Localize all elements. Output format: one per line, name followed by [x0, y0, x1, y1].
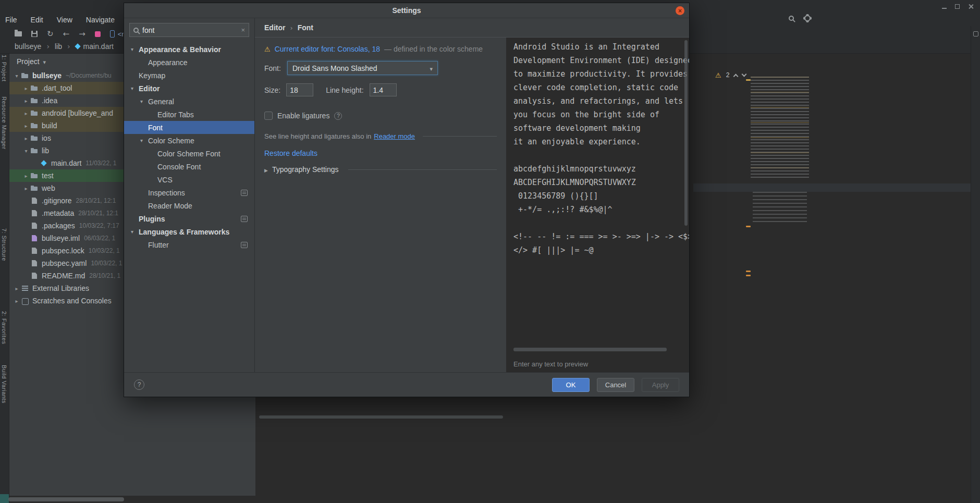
- chevron-icon[interactable]: [13, 73, 21, 79]
- breadcrumb-item[interactable]: main.dart: [62, 42, 114, 51]
- window-close-icon[interactable]: [968, 4, 974, 9]
- tool-window-button[interactable]: Resource Manager: [1, 96, 7, 150]
- chevron-icon[interactable]: [22, 186, 30, 191]
- corner-tool-icon[interactable]: [0, 494, 9, 503]
- next-warning-icon[interactable]: [742, 71, 747, 77]
- apply-button[interactable]: Apply: [642, 378, 679, 392]
- current-editor-font-link[interactable]: Current editor font: Consolas, 18: [275, 45, 380, 53]
- separator: [348, 169, 497, 170]
- chevron-icon: [131, 85, 139, 91]
- settings-tree-item[interactable]: Languages & Frameworks: [124, 225, 254, 238]
- reader-mode-link[interactable]: Reader mode: [374, 132, 415, 140]
- typography-settings-label[interactable]: Typography Settings: [272, 165, 339, 174]
- settings-tree-label: VCS: [157, 176, 173, 184]
- chevron-icon: [131, 229, 139, 235]
- preview-horizontal-scrollbar[interactable]: [513, 348, 667, 351]
- search-icon[interactable]: [789, 16, 794, 21]
- chevron-icon[interactable]: [13, 286, 21, 291]
- breadcrumb-item[interactable]: lib: [41, 42, 62, 51]
- ok-button[interactable]: OK: [552, 378, 590, 392]
- ligatures-checkbox[interactable]: [264, 112, 273, 120]
- preview-line: </> #[ |||> |= ~@: [513, 243, 689, 257]
- chevron-icon[interactable]: [22, 85, 30, 91]
- editor-minimap[interactable]: [751, 77, 809, 180]
- project-panel-scrollbar[interactable]: [8, 497, 124, 501]
- tree-item-label: External Libraries: [32, 284, 89, 292]
- sync-icon[interactable]: [47, 30, 54, 38]
- settings-tree-item[interactable]: Inspections: [124, 186, 254, 199]
- minimize-icon[interactable]: [942, 8, 947, 9]
- chevron-icon[interactable]: [13, 298, 21, 304]
- open-folder-icon[interactable]: [15, 31, 22, 36]
- settings-tree-item[interactable]: Font: [124, 121, 254, 134]
- settings-tree-item[interactable]: Color Scheme Font: [124, 147, 254, 160]
- back-icon[interactable]: [63, 30, 70, 38]
- settings-tree-item[interactable]: Console Font: [124, 160, 254, 173]
- tool-window-button[interactable]: 2: Favorites: [1, 311, 7, 344]
- chevron-icon[interactable]: [22, 98, 30, 104]
- warning-icon: [715, 72, 721, 79]
- restore-defaults-link[interactable]: Restore defaults: [264, 149, 317, 157]
- editor-font-warning: Current editor font: Consolas, 18 — defi…: [264, 45, 497, 53]
- tool-window-button[interactable]: 1: Project: [1, 55, 7, 81]
- chevron-right-icon[interactable]: [264, 165, 268, 174]
- size-input[interactable]: [286, 83, 313, 96]
- tool-window-icon[interactable]: [973, 31, 978, 36]
- save-icon[interactable]: [31, 31, 38, 37]
- settings-tree-item[interactable]: Reader Mode: [124, 199, 254, 212]
- settings-dialog: Settings Appearance & Behavior: [124, 3, 690, 397]
- menu-item[interactable]: Edit: [31, 16, 43, 24]
- help-icon[interactable]: [134, 379, 144, 390]
- settings-tree-item[interactable]: Plugins: [124, 212, 254, 225]
- close-button[interactable]: [676, 6, 684, 15]
- left-tool-stripe: 1: ProjectResource Manager7: Structure2:…: [0, 54, 9, 503]
- chevron-icon[interactable]: [22, 111, 30, 116]
- cancel-button[interactable]: Cancel: [597, 378, 634, 392]
- tree-item-label: ios: [42, 134, 51, 142]
- clear-search-icon[interactable]: [241, 26, 245, 34]
- settings-tree-item[interactable]: Flutter: [124, 238, 254, 251]
- tree-item-meta: 06/03/22, 1: [84, 235, 115, 242]
- chevron-icon[interactable]: [22, 173, 30, 179]
- tree-item-icon: [21, 285, 29, 292]
- settings-tree-item[interactable]: Editor Tabs: [124, 108, 254, 121]
- preview-line: 0123456789 (){}[]: [513, 189, 689, 203]
- maximize-icon[interactable]: [955, 4, 960, 9]
- menu-item[interactable]: File: [5, 16, 17, 24]
- forward-icon[interactable]: [79, 30, 85, 38]
- profiler-icon[interactable]: [95, 31, 101, 37]
- settings-tree-label: Reader Mode: [148, 202, 192, 210]
- window-controls: [942, 4, 974, 9]
- tool-window-button[interactable]: Build Variants: [1, 365, 7, 403]
- menu-item[interactable]: View: [57, 16, 72, 24]
- editor-minimap[interactable]: [753, 192, 807, 224]
- settings-tree-item[interactable]: Keymap: [124, 69, 254, 82]
- help-icon[interactable]: [334, 112, 342, 120]
- gear-icon[interactable]: [804, 15, 811, 21]
- chevron-icon[interactable]: [22, 148, 30, 154]
- tree-item-label: build: [42, 121, 57, 130]
- tree-item-label: bullseye: [32, 71, 62, 80]
- settings-tree-item[interactable]: Editor: [124, 82, 254, 95]
- breadcrumb-item[interactable]: Editor: [264, 23, 285, 32]
- settings-tree-item[interactable]: Appearance & Behavior: [124, 43, 254, 56]
- prev-warning-icon[interactable]: [733, 73, 739, 79]
- editor-horizontal-scrollbar[interactable]: [259, 415, 503, 419]
- preview-input[interactable]: [513, 360, 671, 368]
- chevron-icon: [140, 138, 148, 143]
- settings-search-input[interactable]: [142, 26, 237, 34]
- chevron-icon[interactable]: [22, 136, 30, 141]
- menu-item[interactable]: Navigate: [86, 16, 115, 24]
- settings-tree-item[interactable]: Appearance: [124, 56, 254, 69]
- settings-tree-item[interactable]: Color Scheme: [124, 134, 254, 147]
- line-height-input[interactable]: [370, 83, 397, 96]
- font-family-dropdown[interactable]: Droid Sans Mono Slashed: [287, 61, 438, 75]
- settings-tree-item[interactable]: General: [124, 95, 254, 108]
- chevron-icon[interactable]: [22, 123, 30, 129]
- breadcrumb-item[interactable]: bullseye: [15, 42, 41, 51]
- tree-item-icon: [30, 235, 39, 242]
- preview-vertical-scrollbar[interactable]: [684, 40, 688, 226]
- warning-count: 2: [726, 71, 730, 79]
- tool-window-button[interactable]: 7: Structure: [1, 228, 7, 261]
- settings-tree-item[interactable]: VCS: [124, 173, 254, 186]
